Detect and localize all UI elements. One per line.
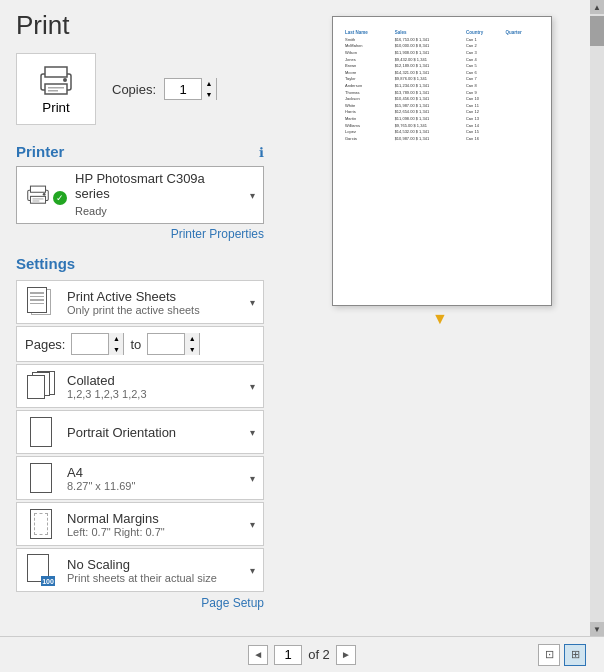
table-row: Thomas$13,789.00 $ 1,341Can 9 xyxy=(343,89,541,96)
pages-to-spinner: ▲ ▼ xyxy=(184,333,199,355)
table-row: Wilson$11,908.00 $ 1,341Can 3 xyxy=(343,49,541,56)
table-row: Moore$14,321.00 $ 1,341Can 6 xyxy=(343,69,541,76)
table-row: Smith$16,753.00 $ 1,341Can 1 xyxy=(343,36,541,43)
page-number-input[interactable] xyxy=(274,645,302,665)
table-row: Jackson$10,456.00 $ 1,341Can 10 xyxy=(343,95,541,102)
svg-rect-3 xyxy=(48,87,64,89)
setting-collated[interactable]: Collated 1,2,3 1,2,3 1,2,3 ▾ xyxy=(16,364,264,408)
setting-arrow-4: ▾ xyxy=(250,519,255,530)
pages-from-wrap: ▲ ▼ xyxy=(71,333,124,355)
preview-col-header-1: Sales xyxy=(393,29,464,36)
left-panel: Print Print Copies: ▲ xyxy=(0,0,280,636)
table-row: McMahon$10,000.00 $ 8,341Can 2 xyxy=(343,43,541,50)
next-page-btn[interactable]: ► xyxy=(336,645,356,665)
page-setup-link[interactable]: Page Setup xyxy=(16,596,264,610)
collated-icon xyxy=(25,371,57,401)
table-row: Martin$11,098.00 $ 1,341Can 13 xyxy=(343,115,541,122)
pages-to-down[interactable]: ▼ xyxy=(185,344,199,355)
setting-arrow-0: ▾ xyxy=(250,297,255,308)
svg-rect-10 xyxy=(33,200,40,201)
preview-col-header-3: Quarter xyxy=(503,29,541,36)
svg-rect-7 xyxy=(30,186,45,192)
setting-arrow-1: ▾ xyxy=(250,381,255,392)
settings-section: Settings xyxy=(16,251,264,592)
of-pages-label: of 2 xyxy=(308,647,330,662)
setting-margins-text: Normal Margins Left: 0.7" Right: 0.7" xyxy=(67,511,240,538)
setting-portrait-text: Portrait Orientation xyxy=(67,425,240,440)
table-row: Williams$9,765.00 $ 1,341Can 14 xyxy=(343,122,541,129)
sheets-icon xyxy=(25,287,57,317)
preview-panel: ▲ ▼ Last Name Sales Country Quarter Smit… xyxy=(280,0,604,636)
scrollbar[interactable]: ▲ ▼ xyxy=(590,0,604,636)
printer-properties-link[interactable]: Printer Properties xyxy=(16,227,264,241)
printer-icons: ✓ xyxy=(25,183,67,207)
printer-ready-badge: ✓ xyxy=(53,191,67,205)
printer-section: Printer ℹ ✓ HP Photosmart C309a xyxy=(16,139,264,241)
copies-spinner: ▲ ▼ xyxy=(201,78,216,100)
to-label: to xyxy=(130,337,141,352)
scroll-down-btn[interactable]: ▼ xyxy=(590,622,604,636)
copies-input-wrap: ▲ ▼ xyxy=(164,78,217,100)
copies-up-btn[interactable]: ▲ xyxy=(202,78,216,89)
copies-input[interactable] xyxy=(165,79,201,99)
setting-portrait[interactable]: Portrait Orientation ▾ xyxy=(16,410,264,454)
pages-label: Pages: xyxy=(25,337,65,352)
print-button[interactable]: Print xyxy=(16,53,96,125)
table-row: Anderson$11,234.00 $ 1,341Can 8 xyxy=(343,82,541,89)
setting-scaling-text: No Scaling Print sheets at their actual … xyxy=(67,557,240,584)
pages-to-input[interactable] xyxy=(148,334,184,354)
paper-icon xyxy=(25,463,57,493)
pages-from-spinner: ▲ ▼ xyxy=(108,333,123,355)
print-btn-label: Print xyxy=(42,100,69,115)
preview-table: Last Name Sales Country Quarter Smith$16… xyxy=(343,29,541,142)
printer-name: HP Photosmart C309a series xyxy=(75,171,242,201)
setting-active-sheets[interactable]: Print Active Sheets Only print the activ… xyxy=(16,280,264,324)
svg-point-5 xyxy=(63,78,67,82)
scroll-thumb[interactable] xyxy=(590,16,604,46)
scroll-up-btn[interactable]: ▲ xyxy=(590,0,604,14)
bottom-bar: ◄ of 2 ► ⊡ ⊞ xyxy=(0,636,604,672)
svg-rect-4 xyxy=(48,90,58,92)
setting-paper-text: A4 8.27" x 11.69" xyxy=(67,465,240,492)
table-row: Jones$9,432.00 $ 1,341Can 4 xyxy=(343,56,541,63)
svg-rect-8 xyxy=(30,196,45,203)
pages-to-up[interactable]: ▲ xyxy=(185,333,199,344)
print-button-area: Print Copies: ▲ ▼ xyxy=(16,53,264,125)
setting-arrow-2: ▾ xyxy=(250,427,255,438)
setting-scaling[interactable]: 100 No Scaling Print sheets at their act… xyxy=(16,548,264,592)
printer-section-title: Printer xyxy=(16,143,64,160)
copies-down-btn[interactable]: ▼ xyxy=(202,89,216,100)
table-row: Brown$12,189.00 $ 1,341Can 5 xyxy=(343,62,541,69)
portrait-icon xyxy=(25,417,57,447)
copies-label: Copies: xyxy=(112,82,156,97)
page-title: Print xyxy=(16,10,264,41)
printer-name-area: HP Photosmart C309a series Ready xyxy=(75,171,242,219)
printer-icon xyxy=(37,64,75,96)
svg-point-11 xyxy=(43,193,46,196)
setting-paper-size[interactable]: A4 8.27" x 11.69" ▾ xyxy=(16,456,264,500)
copies-row: Copies: ▲ ▼ xyxy=(112,78,217,100)
scroll-down-arrow: ▼ xyxy=(432,310,448,328)
pages-row: Pages: ▲ ▼ to ▲ ▼ xyxy=(16,326,264,362)
printer-dropdown[interactable]: ✓ HP Photosmart C309a series Ready ▾ xyxy=(16,166,264,224)
info-icon[interactable]: ℹ xyxy=(259,145,264,160)
table-row: Garcia$10,987.00 $ 1,341Can 16 xyxy=(343,135,541,142)
pages-from-input[interactable] xyxy=(72,334,108,354)
fit-page-btn[interactable]: ⊡ xyxy=(538,644,560,666)
fit-width-btn[interactable]: ⊞ xyxy=(564,644,586,666)
pages-from-down[interactable]: ▼ xyxy=(109,344,123,355)
svg-rect-2 xyxy=(45,84,67,94)
setting-arrow-3: ▾ xyxy=(250,473,255,484)
setting-active-sheets-text: Print Active Sheets Only print the activ… xyxy=(67,289,240,316)
printer-dropdown-arrow: ▾ xyxy=(250,190,255,201)
preview-col-header-2: Country xyxy=(464,29,503,36)
setting-margins[interactable]: Normal Margins Left: 0.7" Right: 0.7" ▾ xyxy=(16,502,264,546)
preview-col-header-0: Last Name xyxy=(343,29,393,36)
margin-icon xyxy=(25,509,57,539)
table-row: Harris$12,654.00 $ 1,341Can 12 xyxy=(343,109,541,116)
prev-page-btn[interactable]: ◄ xyxy=(248,645,268,665)
svg-rect-9 xyxy=(33,198,44,199)
pages-to-wrap: ▲ ▼ xyxy=(147,333,200,355)
pages-from-up[interactable]: ▲ xyxy=(109,333,123,344)
scale-icon: 100 xyxy=(25,554,57,586)
